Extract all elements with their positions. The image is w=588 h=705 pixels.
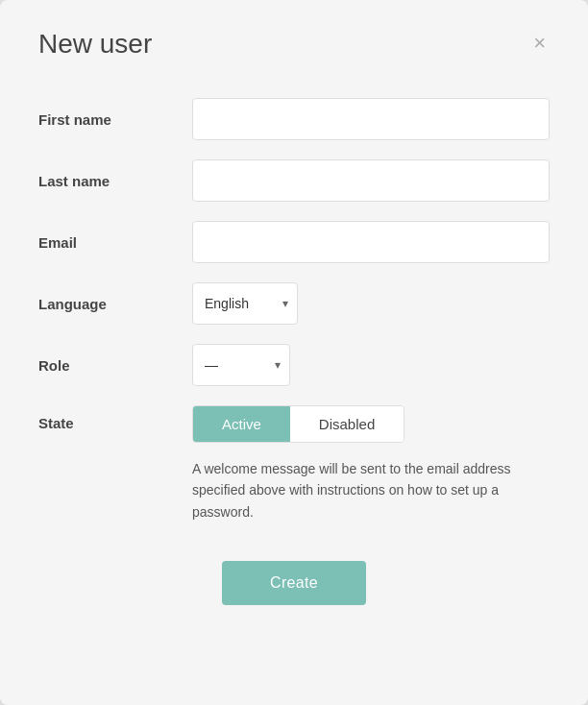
new-user-modal: New user × First name Last name Email La… [0,0,588,705]
state-content: Active Disabled A welcome message will b… [192,405,550,523]
role-row: Role — Admin Member ▾ [38,344,550,386]
language-label: Language [38,296,192,312]
role-label: Role [38,357,192,374]
language-row: Language English French Spanish German ▾ [38,282,550,325]
language-select[interactable]: English French Spanish German [192,282,298,325]
first-name-input[interactable] [192,98,550,140]
state-disabled-button[interactable]: Disabled [290,406,404,442]
last-name-input[interactable] [192,159,550,202]
first-name-label: First name [38,111,192,128]
last-name-row: Last name [38,159,550,202]
last-name-label: Last name [38,173,192,189]
create-button[interactable]: Create [222,561,366,605]
state-label: State [38,405,192,431]
state-active-button[interactable]: Active [193,406,290,442]
modal-title: New user [38,29,152,60]
close-button[interactable]: × [529,29,550,58]
welcome-message-text: A welcome message will be sent to the em… [192,458,519,523]
email-row: Email [38,221,550,263]
role-select[interactable]: — Admin Member [192,344,290,386]
create-button-row: Create [38,561,550,605]
first-name-row: First name [38,98,550,140]
state-toggle-group: Active Disabled [192,405,404,443]
state-row: State Active Disabled A welcome message … [38,405,550,523]
modal-header: New user × [38,29,550,60]
role-select-wrapper: — Admin Member ▾ [192,344,290,386]
email-input[interactable] [192,221,550,263]
language-select-wrapper: English French Spanish German ▾ [192,282,298,325]
email-label: Email [38,234,192,251]
